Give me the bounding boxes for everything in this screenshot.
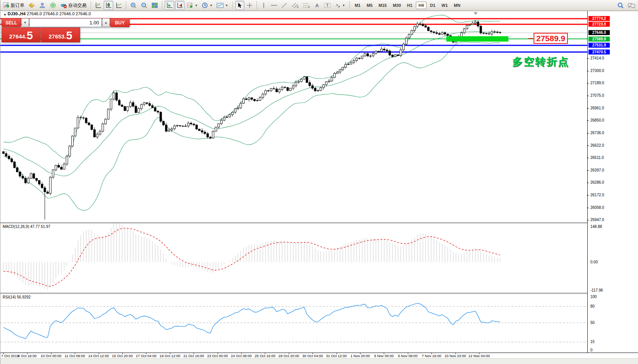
timeframe-H4[interactable]: H4 xyxy=(416,2,426,9)
price-axis-tick: 26511.0 xyxy=(590,156,604,160)
timeframe-H1[interactable]: H1 xyxy=(404,2,415,9)
periods-button[interactable]: ▼ xyxy=(200,1,214,10)
new-order-button[interactable]: 新订单 xyxy=(2,1,26,10)
candle-body xyxy=(201,131,203,132)
search-button[interactable] xyxy=(616,1,625,10)
timeframe-M30[interactable]: M30 xyxy=(390,2,404,9)
price-axis-tick: 26172.0 xyxy=(590,193,604,197)
fibonacci-icon: F xyxy=(303,2,310,8)
candle-body xyxy=(96,134,98,137)
price-axis-tick: 26961.0 xyxy=(590,106,604,110)
candle-body xyxy=(38,180,40,184)
candlestick-chart-icon xyxy=(105,2,112,8)
support-highlight-rect[interactable] xyxy=(446,36,508,42)
chart-header: ▲ DJ30-,H4 27646.0 27646.0 27646.0 27646… xyxy=(3,11,91,16)
timeframe-M15[interactable]: M15 xyxy=(376,2,389,9)
buy-price-button[interactable]: 27653.5 xyxy=(41,27,80,42)
chat-button[interactable] xyxy=(626,1,637,10)
signals-button[interactable] xyxy=(48,1,58,10)
candle-body xyxy=(83,118,85,118)
trendline-tool-button[interactable] xyxy=(280,1,289,10)
horizontal-line-tool-button[interactable] xyxy=(269,1,279,10)
rsi-axis-0: 0 xyxy=(590,348,593,352)
autotrading-icon xyxy=(60,2,67,8)
time-axis[interactable]: 7 Oct 20198 Oct 16:0010 Oct 00:0011 Oct … xyxy=(0,353,638,358)
sell-button[interactable]: SELL xyxy=(2,18,21,27)
candle-body xyxy=(141,104,143,109)
candle-body xyxy=(494,32,495,32)
zoom-out-button[interactable] xyxy=(139,1,149,10)
autotrading-button[interactable]: 自动交易 xyxy=(59,1,88,10)
candle-body xyxy=(207,133,208,137)
candle-body xyxy=(44,188,46,192)
time-axis-tickmark xyxy=(194,353,194,354)
macd-axis-max: 148.88 xyxy=(590,224,602,229)
line-chart-button[interactable] xyxy=(114,1,123,10)
tile-windows-button[interactable] xyxy=(150,1,160,10)
candle-body xyxy=(386,50,388,51)
chart-shift-marker-icon[interactable] xyxy=(474,12,478,15)
rsi-axis-80: 80 xyxy=(590,304,595,308)
price-callout[interactable]: 27589.9 xyxy=(528,33,568,44)
profiles-button[interactable] xyxy=(37,1,47,10)
price-axis[interactable]: 27414.027300.027189.027075.026961.026850… xyxy=(587,11,638,358)
volume-increase-button[interactable]: ▲ xyxy=(102,18,110,27)
candle-body xyxy=(322,85,324,88)
timeframe-M5[interactable]: M5 xyxy=(364,2,375,9)
time-axis-tickmark xyxy=(455,353,456,354)
time-axis-label: 10 Nov 23:00 xyxy=(444,354,466,358)
new-chart-button[interactable] xyxy=(27,1,37,10)
turning-point-annotation[interactable]: 多空转折点 xyxy=(512,55,569,69)
candle-body xyxy=(270,88,272,91)
collapse-arrow-icon[interactable]: ▲ xyxy=(3,13,6,16)
chart-shift-button[interactable] xyxy=(175,1,184,10)
crosshair-tool-button[interactable] xyxy=(245,1,254,10)
candle-body xyxy=(168,130,170,131)
zoom-in-button[interactable] xyxy=(128,1,138,10)
text-label-tool-button[interactable]: T xyxy=(322,1,332,10)
bar-chart-icon xyxy=(95,2,101,8)
candle-body xyxy=(383,49,385,50)
bar-chart-button[interactable] xyxy=(93,1,103,10)
price-pane[interactable] xyxy=(0,11,587,222)
buy-price-main: 27653. xyxy=(48,32,66,41)
sell-price-button[interactable]: 27644.5 xyxy=(2,27,41,42)
timeframe-W1[interactable]: W1 xyxy=(439,2,450,9)
chart-area[interactable]: ▲ DJ30-,H4 27646.0 27646.0 27646.0 27646… xyxy=(0,11,638,364)
trendline-icon xyxy=(281,2,287,8)
equidistant-channel-tool-button[interactable]: E xyxy=(290,1,300,10)
candle-body xyxy=(436,33,438,34)
volume-input[interactable] xyxy=(29,18,102,27)
macd-pane[interactable] xyxy=(0,223,587,293)
timeframe-M1[interactable]: M1 xyxy=(352,2,363,9)
timeframe-MN[interactable]: MN xyxy=(451,2,463,9)
candle-body xyxy=(226,117,228,117)
rsi-pane[interactable] xyxy=(0,294,587,353)
arrows-tool-button[interactable]: ▼ xyxy=(333,1,347,10)
time-axis-tickmark xyxy=(218,353,218,354)
candle-body xyxy=(292,86,294,88)
text-tool-button[interactable]: A xyxy=(313,1,322,10)
candle-body xyxy=(298,82,300,82)
zoom-in-icon xyxy=(130,2,137,9)
candle-body xyxy=(91,125,93,130)
templates-button[interactable]: ▼ xyxy=(215,1,230,10)
vertical-line-tool-button[interactable] xyxy=(259,1,268,10)
candle-body xyxy=(184,126,186,127)
buy-button[interactable]: BUY xyxy=(110,18,130,27)
time-axis-tickmark xyxy=(170,353,170,354)
time-axis-label: 17 Oct 04:00 xyxy=(136,354,156,358)
svg-text:T: T xyxy=(326,3,329,8)
price-tag-27531.9: 27531.9 xyxy=(588,43,610,48)
cursor-tool-button[interactable] xyxy=(235,1,244,10)
timeframe-D1[interactable]: D1 xyxy=(427,2,438,9)
fibonacci-tool-button[interactable]: F xyxy=(301,1,312,10)
autoscroll-button[interactable] xyxy=(165,1,174,10)
candle-body xyxy=(229,115,231,117)
time-axis-label: 23 Oct 00:00 xyxy=(207,354,228,358)
candlestick-chart-button[interactable] xyxy=(104,1,113,10)
candle-body xyxy=(408,34,410,38)
indicators-button[interactable]: ▼ xyxy=(185,1,199,10)
time-axis-label: 25 Oct 16:00 xyxy=(255,354,275,358)
volume-decrease-button[interactable]: ▼ xyxy=(21,18,29,27)
